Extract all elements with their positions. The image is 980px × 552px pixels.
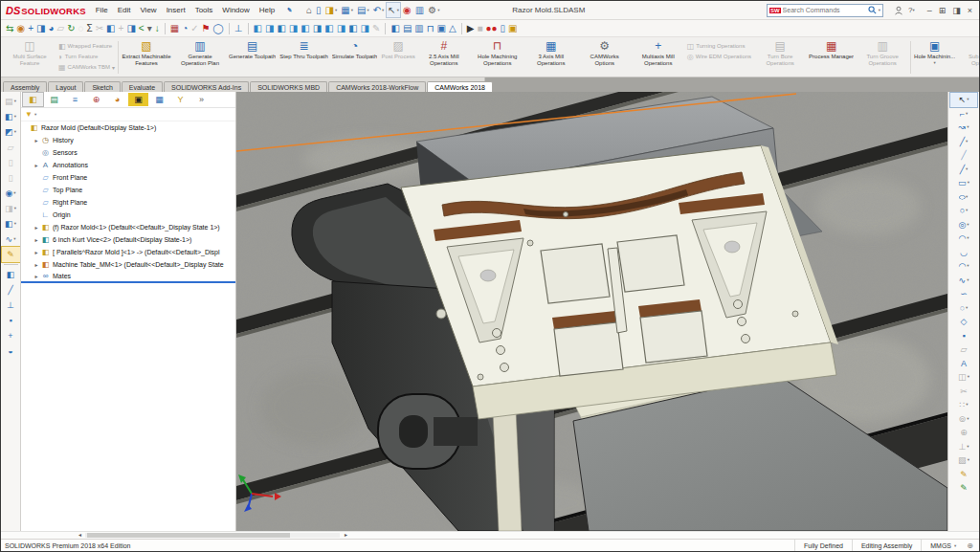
dropdown-arrow-icon[interactable]: ▾ — [14, 125, 16, 139]
warning-icon[interactable]: △ — [448, 21, 457, 35]
tree-item-history[interactable]: ▸◷History — [21, 134, 235, 146]
report-icon[interactable]: ▣ — [507, 21, 518, 35]
hole-machining-operations-button[interactable]: ⊓Hole Machining Operations — [471, 38, 524, 77]
section-view-icon[interactable]: ◨▾ — [2, 201, 20, 216]
turn-feature-button[interactable]: ◗Turn Feature — [58, 52, 115, 61]
dropdown-arrow-icon[interactable]: ▾ — [966, 204, 968, 217]
mirror-icon[interactable]: ◫▾ — [950, 370, 977, 385]
expand-arrow-icon[interactable]: ▸ — [33, 162, 40, 168]
new-document-icon[interactable]: ▯ — [315, 3, 323, 17]
dropdown-arrow-icon[interactable]: ▾ — [968, 176, 969, 189]
25-axis-mill-operations-button[interactable]: #2.5 Axis Mill Operations — [417, 38, 471, 77]
dropdown-arrow-icon[interactable]: ▾ — [382, 4, 384, 17]
ring-tool-icon[interactable]: ◌ — [78, 21, 85, 35]
select-cursor-icon[interactable]: ↖▾ — [950, 93, 977, 107]
tab-camworks-2018[interactable]: CAMWorks 2018 — [427, 81, 493, 92]
convert-entities-icon[interactable]: ⊕ — [950, 426, 977, 440]
dropdown-arrow-icon[interactable]: ▾ — [933, 60, 935, 67]
turning-operations-button[interactable]: ◫Turning Operations — [687, 41, 751, 51]
dropdown-arrow-icon[interactable]: ▾ — [14, 217, 16, 231]
dropdown-arrow-icon[interactable]: ▾ — [968, 370, 969, 384]
solid-cube-icon[interactable]: ◨ — [336, 21, 346, 35]
view-cube-icon[interactable]: ◩▾ — [2, 124, 20, 140]
user-account-icon[interactable] — [894, 6, 903, 15]
tab-layout[interactable]: Layout — [48, 81, 83, 92]
tab-solidworks-mbd[interactable]: SOLIDWORKS MBD — [250, 81, 327, 92]
tab-camworks-2018-workflow[interactable]: CAMWorks 2018-WorkFlow — [328, 81, 426, 92]
expand-arrow-icon[interactable]: ▸ — [33, 249, 40, 255]
tangent-arc-icon[interactable]: ◡ — [950, 246, 977, 260]
model-scene[interactable] — [236, 92, 947, 531]
expand-arrow-icon[interactable]: ▸ — [33, 137, 40, 144]
solid-cube-icon[interactable]: ◧ — [347, 21, 358, 35]
tree-item-origin[interactable]: ∟Origin — [21, 209, 235, 221]
dimxpertmanager-tab-icon[interactable]: ⊕ — [86, 93, 106, 106]
documents-tool-icon[interactable]: ▯ — [2, 170, 20, 186]
dropdown-arrow-icon[interactable]: ▾ — [351, 4, 353, 17]
process-manager-button[interactable]: ▦Process Manager — [807, 38, 856, 77]
rectangle-icon[interactable]: ▭▾ — [950, 176, 977, 190]
surface-tool-icon[interactable]: ▱ — [2, 140, 20, 155]
solid-cube-icon[interactable]: ◨ — [264, 21, 275, 35]
solid-cube-icon[interactable]: ◧ — [276, 21, 286, 35]
dropdown-arrow-icon[interactable]: ▾ — [13, 187, 15, 200]
camworks-tools-tab-icon[interactable]: Y — [170, 93, 190, 106]
anchor-icon[interactable]: + — [27, 21, 34, 35]
globe-icon[interactable]: ⊕ — [965, 541, 975, 550]
dropdown-arrow-icon[interactable]: ▾ — [966, 135, 968, 148]
open-icon[interactable]: ◨▾ — [324, 3, 339, 17]
options-icon[interactable]: ⚙▾ — [427, 3, 440, 17]
spring-tool-icon[interactable]: ∿▾ — [2, 232, 20, 247]
trim-icon[interactable]: ✂ — [950, 385, 977, 399]
document-icon[interactable]: ◧ — [105, 21, 116, 35]
tree-item-6-inch-kurt-vice-2-default-dis[interactable]: ▸◧6 inch Kurt Vice<2> (Default<Display S… — [21, 233, 235, 246]
tab-solidworks-add-ins[interactable]: SOLIDWORKS Add-Ins — [164, 81, 249, 92]
sub-spindle-operation-button[interactable]: ◁Sub Spindle Operation▾ — [957, 38, 979, 77]
scroll-right-arrow-icon[interactable]: ▸ — [342, 532, 350, 539]
configurationmanager-tab-icon[interactable]: ≡ — [65, 93, 85, 106]
post-process-button[interactable]: ▨Post Process — [379, 38, 416, 77]
wrapped-feature-button[interactable]: ◧Wrapped Feature — [58, 41, 115, 51]
monitor-icon[interactable]: ▣ — [436, 21, 447, 35]
dropdown-icon[interactable]: ▾ — [146, 21, 153, 35]
dropdown-arrow-icon[interactable]: ▾ — [14, 95, 16, 108]
pencil-tool-icon[interactable]: ✎ — [371, 21, 381, 35]
tree-item-razor-mold-default-display-sta[interactable]: ◧Razor Mold (Default<Display State-1>) — [21, 121, 235, 134]
text-icon[interactable]: A — [950, 357, 977, 371]
centerline-icon[interactable]: ╱ — [950, 148, 977, 163]
solid-cube-icon[interactable]: ◧ — [300, 21, 310, 35]
tab-overflow-icon[interactable]: » — [191, 93, 212, 106]
offset-icon[interactable]: ⊚▾ — [950, 412, 977, 427]
dropdown-arrow-icon[interactable]: ▾ — [967, 440, 969, 453]
tree-item-sensors[interactable]: ◎Sensors — [21, 146, 235, 159]
copy-icon[interactable]: ◨ — [125, 21, 136, 35]
search-commands-box[interactable]: SW ▾ — [767, 4, 883, 17]
3d-sketch-icon[interactable]: ✎ — [950, 481, 977, 496]
corner-rectangle-icon[interactable]: ⌐▾ — [950, 107, 977, 121]
menu-insert[interactable]: Insert — [162, 4, 190, 16]
centerpoint-arc-icon[interactable]: ◠▾ — [950, 232, 977, 246]
close-button[interactable]: × — [968, 6, 972, 15]
file-properties-icon[interactable]: ▥ — [414, 3, 425, 17]
step-thru-toolpath-button[interactable]: ≣Step Thru Toolpath — [278, 38, 329, 77]
revolve-icon[interactable]: ◒ — [2, 343, 20, 359]
3-axis-mill-operations-button[interactable]: ▦3 Axis Mill Operations — [524, 38, 578, 77]
plane-icon[interactable]: ▱ — [950, 342, 977, 357]
tab-evaluate[interactable]: Evaluate — [122, 81, 163, 92]
displaymanager-tab-icon[interactable]: ◕ — [107, 93, 127, 106]
comment-icon[interactable]: ◧▾ — [2, 216, 20, 232]
tree-item-front-plane[interactable]: ▱Front Plane — [21, 171, 235, 184]
play-simulation-icon[interactable]: ▶ — [466, 21, 476, 35]
wire-edm-operations-button[interactable]: ◎Wire EDM Operations — [687, 52, 751, 61]
check-icon[interactable]: ✓ — [189, 21, 199, 35]
filter-dropdown-icon[interactable]: ▾ — [34, 112, 36, 117]
dropdown-arrow-icon[interactable]: ▾ — [967, 232, 969, 245]
probe-icon[interactable]: ⊓ — [426, 21, 435, 35]
pin-icon[interactable]: ✒ — [283, 4, 297, 17]
menu-view[interactable]: View — [135, 4, 161, 16]
point-tool-icon[interactable]: ▪ — [2, 313, 20, 328]
expand-arrow-icon[interactable]: ▸ — [33, 273, 40, 279]
pie-icon[interactable]: ◔ — [181, 21, 189, 35]
tree-item--parallels-razor-mold-1-defaul[interactable]: ▸◧[ Parallels^Razor Mold ]<1> -> (Defaul… — [21, 246, 235, 258]
multiaxis-mill-operations-button[interactable]: +Multiaxis Mill Operations — [632, 38, 685, 77]
